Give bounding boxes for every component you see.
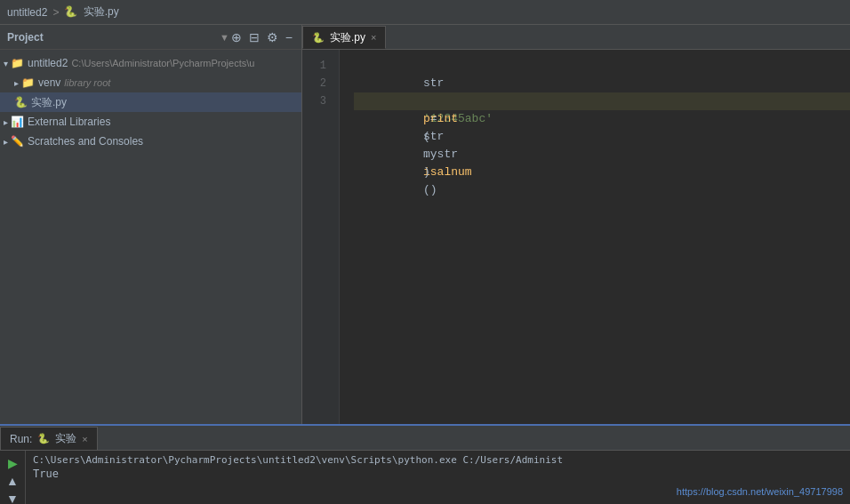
- library-root-label: library root: [64, 77, 110, 88]
- add-icon[interactable]: ⊕: [229, 28, 244, 46]
- tab-label: 实验.py: [330, 30, 365, 45]
- chevron-down-icon: ▾: [4, 59, 8, 68]
- code-parens: (): [423, 183, 437, 196]
- tab-file-icon: 🐍: [312, 32, 325, 44]
- run-label: Run:: [10, 433, 32, 445]
- tree-item-scratches[interactable]: ▸ ✏️ Scratches and Consoles: [0, 132, 301, 151]
- code-print-fn: print: [423, 112, 458, 125]
- sidebar-tree: ▾ 📁 untitled2 C:\Users\Administrator\Pyc…: [0, 50, 301, 424]
- scratch-icon: ✏️: [11, 135, 24, 148]
- run-controls: ▶ ▲ ▼: [0, 451, 26, 504]
- sidebar: Project ▼ ⊕ ⊟ ⚙ − ▾ 📁 untitled2 C:\Users…: [0, 25, 302, 424]
- title-project: untitled2: [7, 6, 47, 19]
- ext-libs-label: External Libraries: [28, 116, 110, 128]
- python-file-icon: 🐍: [14, 96, 28, 108]
- code-editor[interactable]: 1 2 3 str = '12345abc' mystr = str . isa…: [302, 50, 850, 424]
- line-number-3: 3: [302, 92, 332, 110]
- editor-tabs: 🐍 实验.py ×: [302, 25, 850, 50]
- layout-icon[interactable]: ⊟: [247, 28, 261, 46]
- output-result: True: [33, 468, 843, 480]
- code-content[interactable]: str = '12345abc' mystr = str . isalnum (…: [340, 50, 850, 424]
- minimize-icon[interactable]: −: [284, 28, 294, 46]
- line-numbers: 1 2 3: [302, 50, 340, 424]
- bottom-content: ▶ ▲ ▼ C:\Users\Administrator\PycharmProj…: [0, 451, 850, 504]
- root-label: untitled2: [28, 57, 68, 69]
- dropdown-arrow: ▼: [220, 32, 229, 43]
- editor-tab-file[interactable]: 🐍 实验.py ×: [302, 26, 386, 49]
- code-close-paren: ): [423, 165, 430, 179]
- line-number-2: 2: [302, 75, 332, 92]
- root-path: C:\Users\Administrator\PycharmProjects\u: [71, 58, 254, 68]
- main-content: Project ▼ ⊕ ⊟ ⚙ − ▾ 📁 untitled2 C:\Users…: [0, 25, 850, 424]
- tree-item-venv[interactable]: ▸ 📁 venv library root: [0, 73, 301, 92]
- run-scroll-down-button[interactable]: ▼: [4, 492, 21, 504]
- tab-close-button[interactable]: ×: [371, 32, 376, 43]
- chevron-right-icon: ▸: [14, 78, 19, 88]
- settings-icon[interactable]: ⚙: [265, 28, 280, 46]
- chevron-right-scratch-icon: ▸: [4, 137, 8, 147]
- title-file-icon: 🐍: [64, 5, 77, 18]
- code-open-paren: (: [423, 130, 430, 143]
- output-path: C:\Users\Administrator\PycharmProjects\u…: [33, 454, 843, 466]
- title-file: 🐍 实验.py: [64, 4, 118, 20]
- code-line-3: print ( mystr ): [354, 92, 850, 110]
- tree-item-file[interactable]: 🐍 实验.py: [0, 92, 301, 112]
- run-tab[interactable]: Run: 🐍 实验 ×: [0, 427, 98, 450]
- scratches-label: Scratches and Consoles: [28, 135, 143, 148]
- venv-folder-icon: 📁: [21, 76, 35, 89]
- ext-lib-icon: 📊: [11, 116, 24, 128]
- title-bar-text: untitled2 > 🐍 实验.py: [7, 4, 119, 20]
- sidebar-header: Project ▼ ⊕ ⊟ ⚙ −: [0, 25, 301, 50]
- run-tab-label: 实验: [55, 431, 76, 446]
- run-play-button[interactable]: ▶: [4, 456, 21, 470]
- file-label: 实验.py: [31, 95, 67, 110]
- run-tab-close-button[interactable]: ×: [82, 434, 87, 444]
- sidebar-header-label: Project: [7, 31, 218, 44]
- venv-label: venv: [38, 76, 60, 89]
- code-isalnum-fn: isalnum: [423, 165, 472, 179]
- run-tab-file-icon: 🐍: [37, 433, 50, 444]
- title-bar: untitled2 > 🐍 实验.py: [0, 0, 850, 25]
- sidebar-header-icons: ⊕ ⊟ ⚙ −: [229, 28, 294, 46]
- folder-icon: 📁: [11, 57, 24, 69]
- code-line-1: str = '12345abc': [354, 57, 850, 75]
- tree-item-external-libs[interactable]: ▸ 📊 External Libraries: [0, 112, 301, 132]
- code-mystr-arg: mystr: [423, 148, 458, 161]
- title-separator: >: [52, 6, 59, 19]
- editor-area: 🐍 实验.py × 1 2 3 str = '12345abc': [302, 25, 850, 424]
- line-number-1: 1: [302, 57, 332, 75]
- chevron-right-ext-icon: ▸: [4, 117, 8, 127]
- output-watermark: https://blog.csdn.net/weixin_49717998: [677, 486, 843, 497]
- bottom-panel: Run: 🐍 实验 × ▶ ▲ ▼ C:\Users\Administrator…: [0, 424, 850, 504]
- run-scroll-up-button[interactable]: ▲: [4, 474, 21, 488]
- bottom-tabs: Run: 🐍 实验 ×: [0, 426, 850, 451]
- tree-item-root[interactable]: ▾ 📁 untitled2 C:\Users\Administrator\Pyc…: [0, 53, 301, 73]
- code-line-2: mystr = str . isalnum (): [354, 75, 850, 92]
